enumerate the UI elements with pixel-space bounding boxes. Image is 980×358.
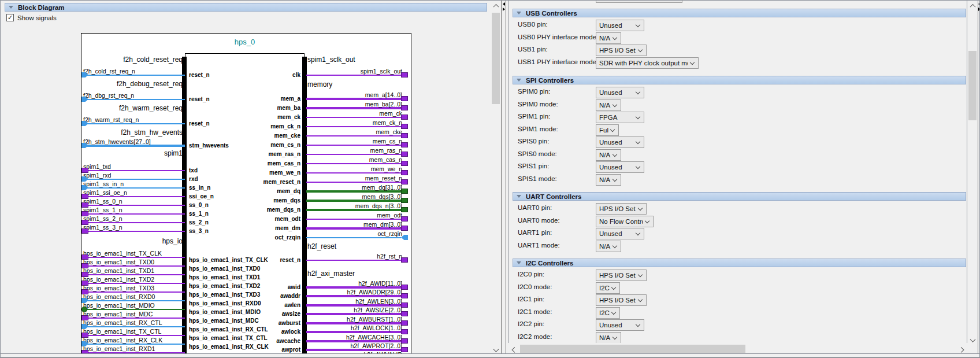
signal-line <box>306 182 401 183</box>
param-label: UART0 mode: <box>518 217 560 224</box>
param-select[interactable]: Unused <box>596 20 644 31</box>
right-vscroll-thumb[interactable] <box>968 51 977 120</box>
right-hscroll-thumb[interactable] <box>520 345 745 353</box>
param-select[interactable]: N/A <box>596 241 621 252</box>
param-select-value: Unused <box>596 22 634 29</box>
param-select[interactable]: Unused <box>596 161 644 173</box>
param-select[interactable]: N/A <box>596 149 621 161</box>
param-select[interactable]: HPS I/O Set 0 <box>596 270 647 281</box>
signal-connector <box>81 307 87 312</box>
param-label: SPIM0 pin: <box>518 88 550 95</box>
signal-connector <box>401 285 408 290</box>
signal-label: hps_io_emac1_inst_MDC <box>83 311 153 318</box>
section-header[interactable]: USB Controllers <box>513 9 966 17</box>
chevron-left-icon[interactable] <box>510 344 519 353</box>
param-select[interactable]: HPS I/O Set 0 <box>596 203 647 215</box>
signal-connector <box>81 168 88 173</box>
signal-line <box>87 335 185 336</box>
signal-line <box>87 75 185 76</box>
param-select[interactable]: N/A <box>596 332 621 343</box>
param-select[interactable]: FPGA <box>596 112 644 123</box>
param-select-value: No Flow Control <box>596 218 643 225</box>
port-label: rxd <box>189 176 198 182</box>
left-vscroll-thumb[interactable] <box>492 13 500 104</box>
section-header[interactable]: I2C Controllers <box>513 259 966 267</box>
signal-label: mem_odt <box>248 212 402 219</box>
port-label: reset_n <box>189 72 210 78</box>
signal-line <box>87 274 185 275</box>
section-title: SPI Controllers <box>526 77 574 84</box>
param-select-value: HPS I/O Set 0 <box>596 47 636 54</box>
param-select[interactable]: N/A <box>596 174 621 186</box>
param-select-value: Unused <box>596 322 634 329</box>
signal-label: h2f_AWLEN[3..0] <box>248 298 402 305</box>
chevron-down-icon <box>636 164 640 168</box>
param-label: UART1 mode: <box>518 242 560 249</box>
chevron-down-icon <box>612 35 617 39</box>
triangle-right-icon[interactable] <box>503 8 505 11</box>
block-diagram-title: Block Diagram <box>18 4 65 11</box>
param-label: SPIS1 mode: <box>518 175 557 182</box>
signal-label: hps_io_emac1_inst_TX_CTL <box>83 328 161 335</box>
param-select[interactable]: Unused <box>596 319 644 331</box>
param-select[interactable]: Unused <box>596 136 644 148</box>
param-select[interactable]: Unused <box>596 87 644 98</box>
block-diagram-section-header[interactable]: Block Diagram <box>5 3 487 12</box>
chevron-down-icon[interactable] <box>968 334 977 343</box>
signal-connector <box>401 347 408 352</box>
param-select-value: I2C <box>596 309 610 316</box>
param-select[interactable]: N/A <box>596 99 621 111</box>
chevron-down-icon <box>636 89 640 94</box>
param-select[interactable]: No Flow Control <box>596 216 654 227</box>
chevron-up-icon[interactable] <box>968 1 977 10</box>
show-signals-row: ✓ Show signals <box>6 14 57 21</box>
signal-label: hps_io_emac1_inst_RX_CLK <box>83 337 162 344</box>
signal-line <box>87 231 185 232</box>
signal-connector <box>401 338 408 344</box>
signal-label: h2f_AWCACHE[3..0] <box>248 334 402 341</box>
param-select[interactable]: I2C <box>596 282 620 294</box>
platform-designer-window: Block Diagram ✓ Show signals hps_0 f2h_c… <box>0 0 980 358</box>
param-select[interactable]: Unused <box>596 228 644 239</box>
port-label: ss_0_n <box>189 202 209 208</box>
chevron-down-icon[interactable] <box>491 344 500 353</box>
show-signals-checkbox[interactable]: ✓ <box>6 14 14 21</box>
param-select[interactable]: I2C <box>596 307 620 319</box>
signal-label: mem_dqs_n[3..0] <box>248 202 402 209</box>
interface-label: f2h_stm_hw_events <box>0 128 183 136</box>
chevron-right-icon[interactable] <box>956 344 966 353</box>
signal-connector <box>81 220 88 225</box>
signal-line <box>87 309 185 310</box>
signal-connector <box>81 333 88 338</box>
signal-connector <box>401 198 408 203</box>
signal-connector <box>401 115 408 120</box>
signal-connector <box>401 329 408 334</box>
triangle-left-icon[interactable] <box>503 2 505 6</box>
section-title: I2C Controllers <box>526 260 573 267</box>
panel-splitter[interactable] <box>501 0 506 353</box>
section-header[interactable]: UART Controllers <box>513 192 966 201</box>
signal-label: h2f_rst_n <box>248 253 402 260</box>
window-right-edge[interactable] <box>978 0 980 358</box>
section-header[interactable]: SPI Controllers <box>513 76 966 84</box>
chevron-down-icon <box>612 152 617 156</box>
chevron-down-icon <box>636 114 640 119</box>
signal-line <box>306 237 401 238</box>
param-select[interactable]: Full <box>596 124 619 136</box>
param-label: USB1 PHY interface mode: <box>518 58 598 65</box>
chevron-down-icon <box>638 205 643 210</box>
signal-line <box>87 265 185 267</box>
clipped-combobox[interactable] <box>596 0 682 3</box>
param-select[interactable]: N/A <box>596 32 621 44</box>
param-select[interactable]: HPS I/O Set 0 <box>596 294 647 306</box>
signal-label: mem_ck <box>248 110 402 117</box>
param-select[interactable]: SDR with PHY clock output mode <box>596 57 699 69</box>
signal-line <box>306 219 401 220</box>
chevron-up-icon[interactable] <box>491 1 500 10</box>
chevron-down-icon <box>636 139 640 143</box>
param-select[interactable]: HPS I/O Set 0 <box>596 45 647 56</box>
param-label: USB0 pin: <box>518 21 548 28</box>
signal-label: mem_dm[3..0] <box>248 221 402 228</box>
triangle-down-icon <box>517 12 521 14</box>
signal-connector <box>81 254 88 260</box>
